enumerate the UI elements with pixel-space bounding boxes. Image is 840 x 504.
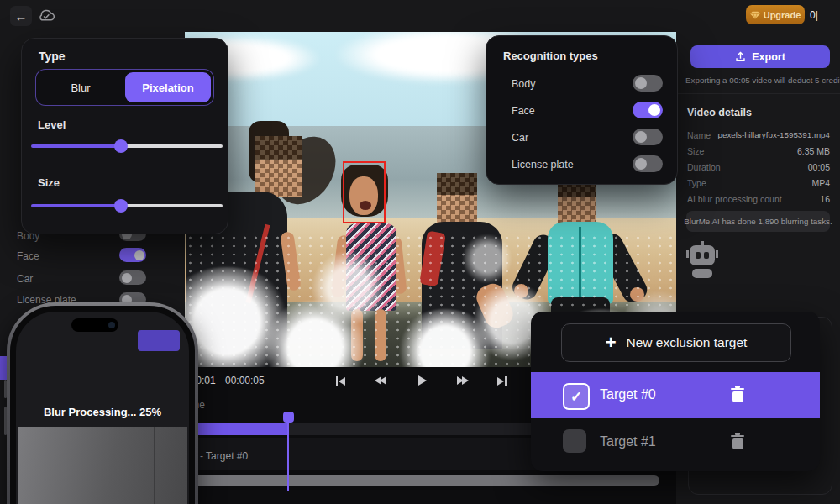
- license-plate-toggle[interactable]: [633, 155, 663, 172]
- phone-ui-purple-block: [138, 330, 180, 351]
- phone-video-seam: [154, 427, 155, 504]
- phone-video-placeholder: [18, 427, 187, 504]
- new-exclusion-target-label: New exclusion target: [626, 335, 747, 350]
- license-plate-label: License plate: [512, 159, 574, 171]
- tasks-chip-label: BlurMe AI has done 1,890 blurring tasks.: [684, 217, 832, 226]
- size-slider-knob[interactable]: [114, 199, 128, 213]
- exclusion-target-box[interactable]: [343, 161, 386, 223]
- playhead-line: [287, 419, 289, 491]
- divider: [676, 93, 840, 94]
- detail-label: Type: [687, 178, 706, 188]
- recognition-panel: Recognition types Body Face Car License …: [486, 35, 678, 185]
- fast-forward-button[interactable]: [457, 376, 469, 385]
- camera-lens: [108, 322, 115, 328]
- upgrade-button[interactable]: Upgrade: [746, 5, 805, 24]
- splash: [311, 250, 386, 326]
- check-icon: ✓: [570, 388, 582, 406]
- detail-label: Duration: [687, 162, 721, 172]
- skip-end-button[interactable]: [497, 376, 507, 386]
- detail-value: pexels-hillaryfox-1595391.mp4: [718, 130, 830, 139]
- level-label: Level: [38, 118, 66, 131]
- new-exclusion-target-button[interactable]: + New exclusion target: [561, 323, 791, 362]
- target-0-label: Target #0: [600, 387, 656, 402]
- timeline-track-fill: [186, 423, 288, 435]
- robot-icon: [688, 241, 717, 280]
- export-label: Export: [752, 51, 785, 63]
- target-row-0[interactable]: ✓ Target #0: [531, 372, 820, 418]
- detail-label: Name: [687, 130, 711, 140]
- skip-start-button[interactable]: [336, 376, 345, 386]
- gem-icon: [750, 11, 760, 19]
- car-toggle[interactable]: [633, 129, 663, 145]
- person3-pixelated-face: [437, 173, 477, 227]
- plus-icon: +: [606, 333, 617, 352]
- exclusion-targets-panel: + New exclusion target ✓ Target #0 Targe…: [531, 312, 820, 471]
- blur-type-segmented-control: Blur Pixelation: [35, 69, 214, 106]
- phone-bezel: Blur Processing... 25%: [10, 306, 195, 504]
- target-0-checkbox[interactable]: ✓: [563, 383, 590, 410]
- detail-value: 00:05: [808, 162, 830, 172]
- sidebar-item-car-label: Car: [17, 273, 33, 285]
- body-toggle[interactable]: [633, 75, 663, 92]
- pixelation-option[interactable]: Pixelation: [125, 72, 211, 102]
- size-slider[interactable]: [31, 199, 223, 213]
- tasks-chip: BlurMe AI has done 1,890 blurring tasks.: [686, 211, 830, 232]
- sidebar-item-face-label: Face: [17, 250, 39, 262]
- phone-mockup: Blur Processing... 25%: [7, 302, 198, 504]
- export-icon: [735, 51, 746, 62]
- detail-value: 16: [820, 194, 830, 204]
- person1-pixelated-face: [255, 136, 302, 197]
- sidebar-face-toggle[interactable]: [119, 248, 146, 262]
- face-toggle[interactable]: [633, 102, 663, 118]
- target-row-1[interactable]: Target #1: [531, 418, 820, 465]
- back-button[interactable]: ←: [10, 6, 32, 26]
- target-1-delete-button[interactable]: [731, 433, 744, 449]
- person4-pixelated-face: [558, 178, 596, 227]
- splash: [462, 234, 512, 284]
- type-panel-title: Type: [39, 50, 66, 63]
- upgrade-label: Upgrade: [764, 10, 801, 20]
- back-arrow-icon: ←: [15, 9, 28, 24]
- recognition-panel-title: Recognition types: [503, 50, 598, 62]
- detail-label: Size: [687, 146, 704, 156]
- phone-screen: Blur Processing... 25%: [16, 312, 189, 504]
- body-label: Body: [512, 78, 536, 90]
- export-note: Exporting a 00:05 video will deduct 5 cr…: [685, 76, 840, 85]
- target-1-label: Target #1: [600, 434, 656, 449]
- type-panel: Type Blur Pixelation Level Size: [21, 38, 228, 234]
- car-label: Car: [512, 132, 528, 144]
- total-duration: 00:00:05: [225, 375, 265, 386]
- level-slider[interactable]: [31, 139, 223, 153]
- detail-value: MP4: [811, 178, 830, 188]
- target-track-label: - Target #0: [200, 450, 248, 462]
- dynamic-island: [71, 318, 118, 332]
- size-label: Size: [38, 176, 60, 189]
- credits-counter: 0|: [810, 9, 818, 21]
- target-1-checkbox[interactable]: [563, 429, 586, 453]
- export-button[interactable]: Export: [690, 45, 830, 68]
- sidebar-car-toggle[interactable]: [119, 270, 146, 285]
- rewind-button[interactable]: [375, 376, 386, 385]
- horizontal-scrollbar[interactable]: [186, 475, 659, 486]
- target-0-delete-button[interactable]: [731, 386, 744, 402]
- level-slider-knob[interactable]: [114, 139, 128, 153]
- phone-processing-status: Blur Processing... 25%: [16, 406, 189, 418]
- play-button[interactable]: [418, 375, 427, 386]
- blur-option[interactable]: Blur: [36, 70, 125, 105]
- face-label: Face: [512, 105, 535, 117]
- app-window: ← Upgrade 0| Body Face Car License plate: [0, 0, 840, 504]
- detail-value: 6.35 MB: [797, 146, 830, 156]
- cloud-sync-icon[interactable]: [37, 8, 56, 23]
- detail-label: AI blur processing count: [687, 194, 782, 204]
- video-details-title: Video details: [687, 107, 752, 118]
